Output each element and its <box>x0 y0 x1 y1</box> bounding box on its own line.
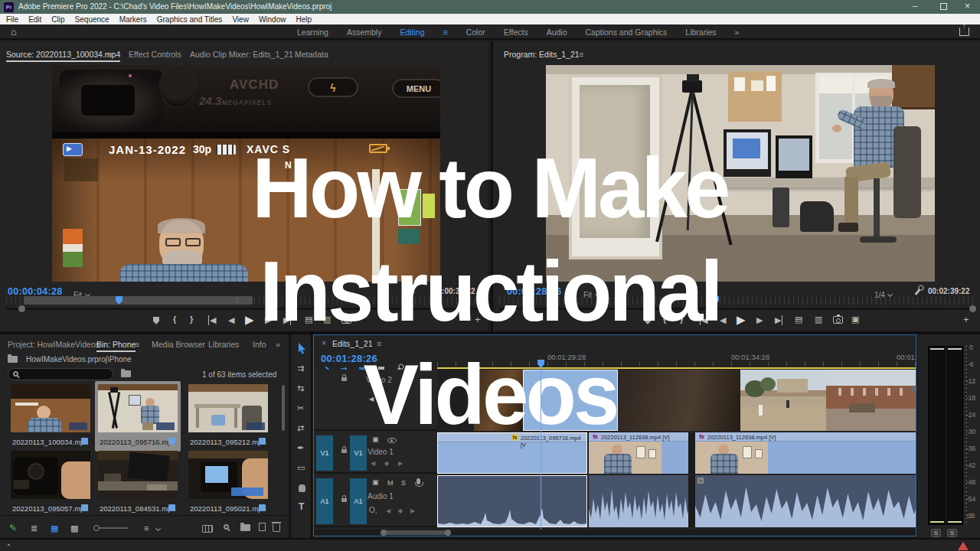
tab-media-browser[interactable]: Media Browser <box>152 340 205 349</box>
workspace-tab-learning[interactable]: Learning <box>297 28 328 37</box>
bin-item-2-name[interactable]: 20220113_095716.mp4 <box>100 438 176 446</box>
workspace-tab-effects[interactable]: Effects <box>504 28 528 37</box>
a1-keyframe-display[interactable]: O, <box>369 506 377 514</box>
solo-left-button[interactable]: S <box>931 529 941 537</box>
a1-kf-prev-icon[interactable]: ◀ <box>386 507 390 514</box>
sort-chevron[interactable] <box>155 526 161 531</box>
workspace-tab-captions[interactable]: Captions and Graphics <box>586 28 668 37</box>
a1-track-label[interactable]: Audio 1 <box>368 492 394 500</box>
usage-badge[interactable] <box>259 504 266 511</box>
workspace-tab-libraries[interactable]: Libraries <box>685 28 716 37</box>
a1-clip-1[interactable] <box>437 475 587 527</box>
workspace-tab-editing[interactable]: Editing <box>400 28 424 37</box>
program-panel-menu-icon[interactable]: ≡ <box>579 50 583 59</box>
bin-item-6[interactable] <box>188 451 268 499</box>
close-button[interactable]: × <box>965 1 970 11</box>
workspace-tab-audio[interactable]: Audio <box>547 28 567 37</box>
tab-program[interactable]: Program: Edits_1_21 <box>504 50 580 59</box>
bin-item-3-name[interactable]: 20220113_095212.mp4 <box>190 438 266 446</box>
menu-view[interactable]: View <box>232 15 249 24</box>
bin-item-6-name[interactable]: 20220113_095021.mp4 <box>190 504 266 513</box>
camera-mode-dial <box>159 65 196 108</box>
menu-sequence[interactable]: Sequence <box>75 15 109 24</box>
sort-icon[interactable]: ≡ <box>144 523 149 533</box>
new-item-icon[interactable] <box>259 523 266 531</box>
a1-kf-next-icon[interactable]: ▶ <box>410 507 415 514</box>
tab-project[interactable]: Project: HowIMakeVideos <box>8 340 100 349</box>
home-icon[interactable]: ⌂ <box>11 26 17 37</box>
v1-kf-next-icon[interactable]: ▶ <box>398 460 403 467</box>
minimize-button[interactable]: – <box>913 1 917 10</box>
a1-clip-2[interactable] <box>589 475 688 527</box>
pen-tool[interactable]: ✒ <box>297 443 304 453</box>
workspace-tab-assembly[interactable]: Assembly <box>347 28 382 37</box>
v1-kf-add-icon[interactable]: ◆ <box>384 460 389 467</box>
a1-clip-3[interactable]: fx <box>695 475 916 527</box>
timeline-tab-close-icon[interactable]: × <box>322 339 326 347</box>
type-tool[interactable]: T <box>299 501 304 512</box>
a1-solo-button[interactable]: S <box>401 479 406 487</box>
tab-metadata[interactable]: Metadata <box>295 50 328 59</box>
delete-icon[interactable] <box>273 524 280 532</box>
v1-source-patch[interactable]: V1 <box>316 435 333 471</box>
solo-right-button[interactable]: S <box>947 529 957 537</box>
usage-badge[interactable] <box>259 438 266 445</box>
menu-help[interactable]: Help <box>296 15 312 24</box>
a1-lock-icon[interactable] <box>341 498 347 502</box>
menu-edit[interactable]: Edit <box>28 15 41 24</box>
a1-voiceover-icon[interactable] <box>416 478 420 484</box>
cloud-sync-icon[interactable]: ◔ <box>5 540 11 549</box>
rectangle-tool[interactable]: ▭ <box>297 463 305 473</box>
workspace-tab-color[interactable]: Color <box>466 28 485 37</box>
timeline-zoom-handle[interactable] <box>383 530 449 535</box>
a1-source-patch[interactable]: A1 <box>316 478 333 524</box>
find-icon[interactable] <box>224 524 229 530</box>
automate-sequence-icon[interactable] <box>202 525 213 533</box>
freeform-view-icon[interactable]: ▩ <box>70 523 78 533</box>
tab-info[interactable]: Info <box>253 340 266 349</box>
v1-lock-icon[interactable] <box>341 449 347 453</box>
icon-view-icon[interactable]: ▦ <box>51 523 58 533</box>
export-share-icon[interactable]: ↑ <box>959 28 969 36</box>
bin-item-4[interactable] <box>11 451 90 499</box>
workspace-overflow-icon[interactable]: » <box>735 28 740 37</box>
v1-kf-prev-icon[interactable]: ◀ <box>371 460 375 467</box>
usage-badge[interactable] <box>168 438 175 445</box>
new-bin-icon[interactable] <box>240 524 250 531</box>
tab-source[interactable]: Source: 20220113_100034.mp4 <box>6 50 120 59</box>
project-writable-icon[interactable]: ✎ <box>9 523 17 533</box>
list-view-icon[interactable]: ≣ <box>31 523 38 533</box>
usage-badge[interactable] <box>81 504 88 511</box>
panel-overflow-icon[interactable]: » <box>276 340 280 349</box>
timeline-h-scrollbar[interactable] <box>314 530 916 536</box>
project-panel-menu-icon[interactable]: ≡ <box>135 340 139 349</box>
usage-badge[interactable] <box>168 504 175 511</box>
menu-window[interactable]: Window <box>259 15 286 24</box>
bin-item-5[interactable] <box>98 451 178 499</box>
a1-kf-add-icon[interactable]: ◆ <box>398 507 403 514</box>
hand-tool[interactable] <box>299 484 305 492</box>
tab-effect-controls[interactable]: Effect Controls <box>129 50 181 59</box>
menu-graphics-titles[interactable]: Graphics and Titles <box>157 15 223 24</box>
dropped-frame-warning-icon[interactable] <box>958 542 969 550</box>
restore-button[interactable] <box>940 3 947 10</box>
workspace-menu-icon[interactable]: ≡ <box>443 28 448 37</box>
bin-item-5-name[interactable]: 20220113_084531.mp4 <box>100 504 176 513</box>
menu-clip[interactable]: Clip <box>51 15 64 24</box>
bin-item-1-name[interactable]: 20220113_100034.mp4 <box>12 438 89 446</box>
tab-libraries[interactable]: Libraries <box>208 340 239 349</box>
tab-bin-phone[interactable]: Bin: Phone <box>96 340 136 349</box>
a1-sync-lock-icon[interactable]: ▣ <box>372 478 379 486</box>
zoom-slider[interactable] <box>93 527 129 529</box>
a1-target-patch[interactable]: A1 <box>350 478 367 524</box>
menu-markers[interactable]: Markers <box>119 15 147 24</box>
tab-audio-clip-mixer[interactable]: Audio Clip Mixer: Edits_1_21 <box>190 50 293 59</box>
menu-file[interactable]: File <box>6 15 18 24</box>
a1-mute-button[interactable]: M <box>387 479 394 487</box>
usage-badge[interactable] <box>81 438 88 445</box>
source-panel-menu-icon[interactable]: ≡ <box>107 50 112 59</box>
v1-clip-3[interactable]: fx 20220113_112638.mp4 [V] <box>695 432 916 474</box>
program-scroll-handle[interactable] <box>969 305 976 312</box>
v1-track-label[interactable]: Video 1 <box>368 448 394 456</box>
bin-item-4-name[interactable]: 20220113_095057.mp4 <box>12 504 89 513</box>
